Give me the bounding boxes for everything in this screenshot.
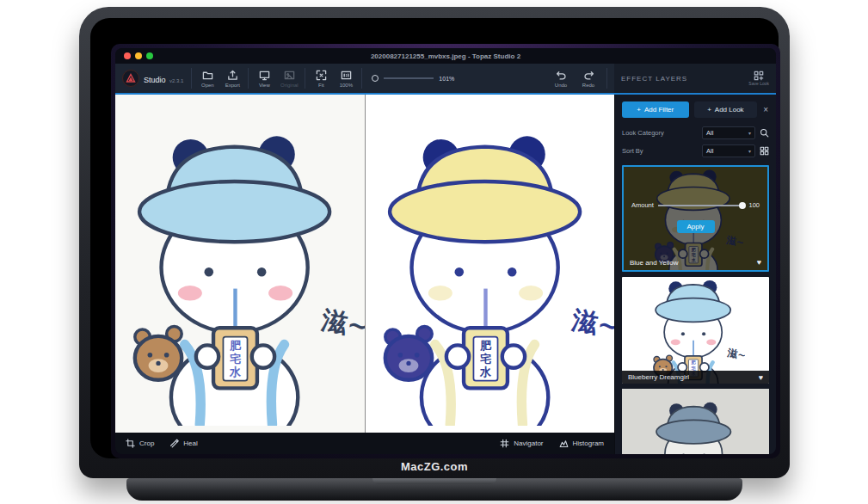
- svg-text:滋~: 滋~: [569, 304, 614, 341]
- sort-by-label: Sort By: [622, 147, 698, 155]
- zoom-slider[interactable]: 101%: [372, 75, 454, 82]
- amount-control: Amount 100: [631, 201, 760, 209]
- fit-button[interactable]: Fit: [311, 70, 330, 88]
- actual-size-button[interactable]: 100%: [336, 70, 355, 88]
- app-logo: Studio v2.3.1: [122, 70, 183, 87]
- thumbnail-dark-overlay: [624, 167, 767, 270]
- toolbar: Studio v2.3.1 Open Expo: [115, 64, 776, 95]
- laptop-bezel: 20200827121255_mvbxs.jpeg - Topaz Studio…: [90, 18, 779, 458]
- divider: [361, 68, 362, 89]
- toolbar-main: Studio v2.3.1 Open Expo: [115, 64, 614, 93]
- look-category-label: Look Category: [622, 129, 698, 137]
- image-icon: [284, 70, 295, 81]
- look-thumbnail: 滋~肥宅水: [622, 389, 769, 454]
- footer-right-group: Navigator Histogram: [500, 439, 604, 448]
- divider: [305, 68, 305, 89]
- svg-text:滋~: 滋~: [318, 304, 364, 341]
- amount-label: Amount: [631, 201, 654, 209]
- svg-text:肥: 肥: [478, 339, 491, 352]
- svg-text:宅: 宅: [230, 352, 242, 365]
- titlebar: 20200827121255_mvbxs.jpeg - Topaz Studio…: [115, 48, 776, 64]
- looks-list: 滋~肥宅水 Amount 100 Apply Bl: [615, 160, 776, 454]
- export-icon: [227, 70, 238, 81]
- laptop-base: [126, 478, 742, 501]
- effect-layers-header: EFFECT LAYERS Save Look: [614, 64, 776, 93]
- undo-icon: [556, 70, 567, 81]
- export-button[interactable]: Export: [223, 70, 242, 88]
- look-card-partial[interactable]: 滋~肥宅水: [622, 389, 769, 454]
- main-area: 滋~肥宅水 滋~肥宅水 Crop: [115, 95, 776, 454]
- svg-text:水: 水: [229, 366, 242, 378]
- fit-screen-icon: [316, 70, 327, 81]
- filtered-artwork: 滋~肥宅水: [366, 95, 615, 433]
- undo-button[interactable]: Undo: [551, 70, 570, 88]
- add-look-button[interactable]: + Add Look: [694, 101, 758, 118]
- history-buttons: Undo Redo: [551, 68, 607, 89]
- favorite-heart-icon[interactable]: ♥: [759, 373, 763, 382]
- look-name: Blueberry Dreamgirl: [628, 373, 689, 381]
- crop-button[interactable]: Crop: [126, 439, 154, 448]
- amount-slider[interactable]: [658, 205, 745, 206]
- heal-brush-icon: [169, 439, 179, 448]
- laptop-frame: 20200827121255_mvbxs.jpeg - Topaz Studio…: [79, 7, 790, 478]
- one-to-one-icon: [341, 70, 352, 81]
- look-category-row: Look Category All ▾: [615, 124, 776, 142]
- zoom-slider-knob[interactable]: [372, 75, 379, 82]
- open-button[interactable]: Open: [198, 70, 217, 88]
- amount-value: 100: [748, 201, 760, 209]
- navigator-icon: [500, 439, 509, 448]
- original-image-pane: 滋~肥宅水: [115, 95, 365, 433]
- look-name: Blue and Yellow: [630, 259, 679, 267]
- divider: [606, 68, 607, 89]
- look-name-bar: Blueberry Dreamgirl ♥: [622, 371, 769, 384]
- zoom-value: 101%: [439, 76, 454, 82]
- search-icon: [760, 128, 769, 138]
- view-button[interactable]: View: [255, 70, 274, 88]
- plus-icon: +: [637, 106, 641, 114]
- divider: [191, 68, 192, 89]
- studio-label: Studio: [144, 76, 166, 84]
- effect-layers-panel: + Add Filter + Add Look × Look C: [614, 95, 776, 454]
- monitor-icon: [259, 70, 270, 81]
- sort-by-select[interactable]: All ▾: [702, 144, 755, 157]
- search-button[interactable]: [760, 128, 769, 138]
- save-look-icon: [754, 71, 764, 81]
- topaz-logo-icon: [122, 70, 139, 87]
- page: 20200827121255_mvbxs.jpeg - Topaz Studio…: [0, 0, 868, 504]
- preview-image-pane: 滋~肥宅水: [365, 95, 615, 433]
- save-look-button[interactable]: Save Look: [748, 71, 769, 86]
- effect-layers-title: EFFECT LAYERS: [621, 75, 687, 83]
- svg-text:滋~: 滋~: [726, 346, 745, 361]
- navigator-button[interactable]: Navigator: [500, 439, 543, 448]
- chevron-down-icon: ▾: [748, 148, 751, 154]
- original-button[interactable]: Original: [280, 70, 299, 88]
- canvas-column: 滋~肥宅水 滋~肥宅水 Crop: [115, 95, 614, 454]
- look-name-row: Blue and Yellow ♥: [630, 258, 761, 267]
- apply-button[interactable]: Apply: [676, 220, 714, 233]
- studio-version: v2.3.1: [169, 78, 183, 83]
- redo-button[interactable]: Redo: [579, 70, 598, 88]
- look-category-select[interactable]: All ▾: [702, 126, 755, 139]
- window-title: 20200827121255_mvbxs.jpeg - Topaz Studio…: [115, 52, 776, 60]
- original-artwork: 滋~肥宅水: [115, 95, 365, 433]
- svg-text:宅: 宅: [479, 352, 491, 365]
- folder-icon: [202, 70, 213, 81]
- plus-icon: +: [707, 106, 711, 114]
- look-card-blueberry-dreamgirl[interactable]: 滋~肥宅水 Blueberry Dreamgirl ♥: [622, 277, 769, 384]
- histogram-button[interactable]: Histogram: [559, 439, 604, 448]
- chevron-down-icon: ▾: [748, 130, 751, 136]
- desktop-wallpaper: 20200827121255_mvbxs.jpeg - Topaz Studio…: [111, 44, 780, 458]
- sort-by-row: Sort By All ▾: [615, 142, 776, 160]
- amount-slider-knob[interactable]: [739, 202, 746, 209]
- crop-icon: [126, 439, 135, 448]
- look-card-blue-and-yellow[interactable]: 滋~肥宅水 Amount 100 Apply Bl: [622, 165, 769, 272]
- add-filter-button[interactable]: + Add Filter: [622, 101, 689, 118]
- redo-icon: [583, 70, 594, 81]
- image-canvas: 滋~肥宅水 滋~肥宅水: [115, 95, 614, 433]
- zoom-slider-track[interactable]: [384, 77, 434, 79]
- grid-view-button[interactable]: [760, 146, 769, 156]
- heal-button[interactable]: Heal: [169, 439, 197, 448]
- favorite-heart-icon[interactable]: ♥: [757, 258, 761, 267]
- svg-text:肥: 肥: [229, 339, 242, 352]
- close-panel-button[interactable]: ×: [762, 106, 769, 114]
